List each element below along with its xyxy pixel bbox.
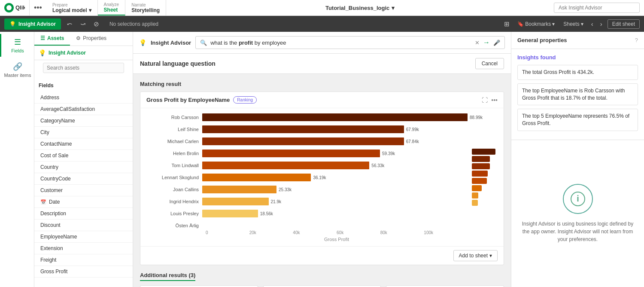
assets-tabs: ☰ Assets ⚙ Properties — [34, 32, 133, 46]
main-area: ☰ Fields 🔗 Master items ☰ Assets ⚙ Prope… — [0, 32, 644, 287]
app-title[interactable]: Tutorial_Business_logic ▾ — [325, 5, 395, 11]
more-options-icon[interactable]: ••• — [491, 97, 498, 104]
nlq-title: Natural language question — [140, 60, 216, 67]
bar-container — [202, 222, 468, 229]
bar-row[interactable]: Ingrid Hendrix 21.9k — [146, 197, 468, 206]
additional-chart-card: Mutual dependency bet... Mutual Informat… — [386, 285, 504, 287]
bookmarks-button[interactable]: 🔖 Bookmarks ▾ — [515, 20, 557, 28]
x-tick: 20k — [249, 230, 293, 235]
no-selections-label: No selections applied — [105, 21, 158, 27]
field-item[interactable]: CountryCode — [34, 173, 133, 185]
right-panel: General properties ? Insights found The … — [511, 32, 644, 287]
assets-panel: ☰ Assets ⚙ Properties 💡 Insight Advisor … — [34, 32, 133, 287]
bar-row[interactable]: Leif Shine 67.99k — [146, 125, 468, 134]
sheets-button[interactable]: Sheets ▾ — [561, 20, 586, 28]
field-item[interactable]: Gross Profit — [34, 266, 133, 278]
sidebar-tab-master-items[interactable]: 🔗 Master items — [0, 58, 34, 81]
bar-row[interactable]: Lennart Skoglund 36.19k — [146, 173, 468, 182]
bar-row[interactable]: Tom Lindwall 56.33k — [146, 161, 468, 170]
bar-row[interactable]: Michael Carlen 67.84k — [146, 137, 468, 146]
sidebar-tab-fields[interactable]: ☰ Fields — [0, 34, 34, 57]
field-item[interactable]: Description — [34, 208, 133, 220]
expand-icon[interactable]: ⛶ — [482, 97, 488, 104]
bar-value: 36.19k — [311, 175, 326, 180]
cancel-button[interactable]: Cancel — [475, 58, 504, 69]
nav-prev-icon[interactable]: ‹ — [589, 20, 595, 27]
field-item[interactable]: Cost of Sale — [34, 150, 133, 162]
field-item[interactable]: Discount — [34, 220, 133, 231]
bar-row[interactable]: Helen Brolin 59.39k — [146, 149, 468, 158]
field-item[interactable]: Customer — [34, 185, 133, 196]
insight-panel-icon: 💡 — [39, 49, 46, 56]
x-tick: 60k — [337, 230, 380, 235]
top-nav: Qlik ••• Prepare Logical model ▾ Analyze… — [0, 0, 644, 16]
grid-icon[interactable]: ⊞ — [502, 20, 511, 28]
nav-more-icon[interactable]: ••• — [30, 3, 46, 12]
nav-narrate-label: Narrate — [131, 3, 160, 7]
field-item[interactable]: AverageCallSatisfaction — [34, 104, 133, 115]
search-assets-wrapper — [34, 60, 133, 79]
field-item[interactable]: City — [34, 127, 133, 138]
bar-container: 67.99k — [202, 125, 468, 133]
search-suffix: by employee — [253, 40, 286, 46]
bar-label: Helen Brolin — [146, 151, 202, 156]
insight-advisor-button[interactable]: 💡 Insight Advisor — [4, 18, 61, 30]
bar-label: Louis Presley — [146, 211, 202, 216]
nav-prepare-label: Prepare — [52, 3, 91, 7]
help-icon[interactable]: ? — [635, 37, 638, 43]
insight-header-label: Insight Advisor — [151, 40, 191, 46]
field-item[interactable]: Freight — [34, 254, 133, 266]
field-item[interactable]: 📅Date — [34, 196, 133, 208]
bar-row[interactable]: Louis Presley 18.56k — [146, 209, 468, 218]
bar-value: 88.99k — [468, 115, 483, 120]
search-mic-icon[interactable]: 🎤 — [493, 40, 500, 46]
bar-container: 21.9k — [202, 198, 468, 205]
field-item[interactable]: Address — [34, 92, 133, 104]
nav-analyze-value: Sheet — [104, 7, 119, 13]
edit-sheet-button[interactable]: Edit sheet — [608, 19, 640, 29]
field-item[interactable]: Country — [34, 162, 133, 173]
bar-container: 25.33k — [202, 186, 468, 193]
toolbar-icon-1[interactable]: ⤺ — [65, 20, 74, 28]
ask-insight-input[interactable] — [554, 3, 640, 13]
fields-list: AddressAverageCallSatisfactionCategoryNa… — [34, 92, 133, 287]
advisor-note: i Insight Advisor is using business logi… — [511, 140, 644, 287]
add-to-sheet-button[interactable]: Add to sheet ▾ — [453, 250, 498, 261]
chart-title: Gross Profit by EmployeeName — [146, 97, 230, 103]
field-item[interactable]: ContactName — [34, 138, 133, 150]
thumb-bar — [472, 185, 482, 191]
bar-container: 59.39k — [202, 150, 468, 157]
properties-tab-icon: ⚙ — [76, 35, 81, 41]
nav-analyze[interactable]: Analyze Sheet — [98, 0, 126, 15]
bar-row[interactable]: Östen Ärlig — [146, 221, 468, 230]
x-axis-label: Gross Profit — [146, 237, 468, 242]
search-go-icon[interactable]: → — [483, 39, 490, 46]
search-assets-input[interactable] — [43, 63, 124, 73]
additional-cards: Contribution of Employ... Relative impor… — [140, 285, 504, 287]
insight-header-icon: 💡 — [139, 39, 146, 46]
field-item[interactable]: Extension — [34, 243, 133, 254]
assets-tab-assets[interactable]: ☰ Assets — [34, 32, 70, 46]
bar-label: Leif Shine — [146, 127, 202, 132]
toolbar-icon-3[interactable]: ⊘ — [92, 20, 101, 28]
qlik-logo-svg: Qlik — [4, 3, 25, 12]
x-tick: 0 — [206, 230, 249, 235]
toolbar: 💡 Insight Advisor ⤺ ⤻ ⊘ No selections ap… — [0, 16, 644, 32]
insight-advisor-panel-button[interactable]: 💡 Insight Advisor — [34, 46, 133, 60]
nav-next-icon[interactable]: › — [598, 20, 604, 27]
field-item[interactable]: EmployeeName — [34, 231, 133, 243]
nav-prepare-chevron: ▾ — [89, 7, 91, 13]
search-clear-icon[interactable]: ✕ — [475, 40, 480, 46]
bar-fill: 21.9k — [202, 198, 269, 205]
bar-row[interactable]: Rob Carsson 88.99k — [146, 113, 468, 122]
bar-row[interactable]: Joan Callins 25.33k — [146, 185, 468, 194]
nav-prepare[interactable]: Prepare Logical model ▾ — [46, 0, 98, 15]
toolbar-icon-2[interactable]: ⤻ — [79, 20, 88, 28]
assets-tab-properties[interactable]: ⚙ Properties — [70, 32, 112, 46]
field-item[interactable]: CategoryName — [34, 115, 133, 127]
right-panel-header: General properties ? — [511, 32, 644, 49]
nlq-header: Natural language question Cancel — [133, 54, 511, 74]
insights-section: Insights found The total Gross Profit is… — [511, 49, 644, 140]
nav-narrate[interactable]: Narrate Storytelling — [125, 0, 166, 15]
main-content: 💡 Insight Advisor 🔍 what is the profit b… — [133, 32, 511, 287]
